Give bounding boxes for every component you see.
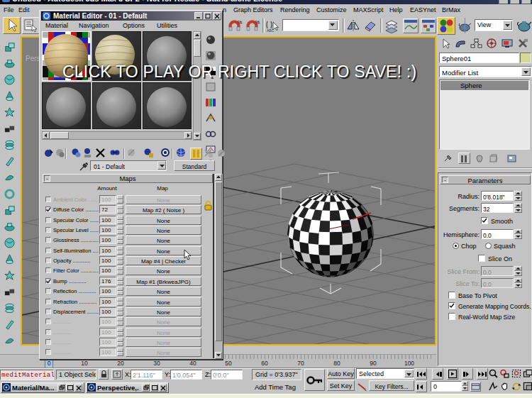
svg-text:50: 50 [225,360,232,367]
svg-text:80: 80 [333,360,340,367]
svg-text:70: 70 [297,360,304,367]
svg-text:%: % [255,20,260,25]
svg-text:%: % [238,20,242,25]
svg-text:100: 100 [404,360,414,367]
svg-text:90: 90 [370,360,377,367]
svg-text:30: 30 [153,360,160,367]
svg-text:60: 60 [261,360,268,367]
svg-text:20: 20 [117,360,124,367]
svg-text:10: 10 [81,360,88,367]
svg-text:40: 40 [189,360,196,367]
